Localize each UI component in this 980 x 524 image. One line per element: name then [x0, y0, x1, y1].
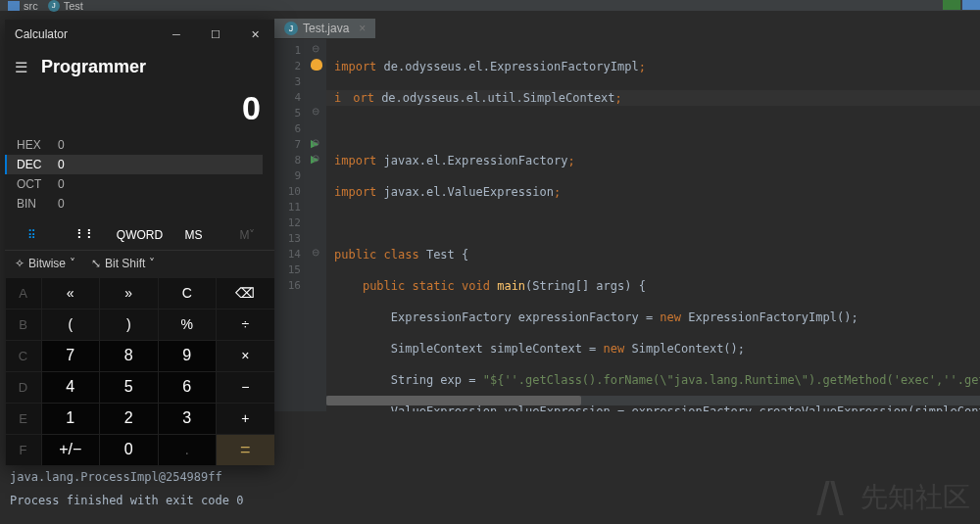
titlebar-icon[interactable]: [962, 0, 980, 10]
minimize-button[interactable]: ─: [157, 20, 196, 49]
calculator-display: 0: [5, 85, 274, 135]
word-size-button[interactable]: QWORD: [113, 228, 167, 242]
key-rshift[interactable]: »: [100, 278, 158, 309]
number-bases: HEX0 DEC0 OCT0 BIN0: [5, 135, 274, 219]
key-b: B: [6, 310, 41, 340]
watermark-logo-icon: [813, 481, 853, 515]
key-decimal: .: [159, 435, 217, 465]
lightbulb-icon[interactable]: [311, 59, 322, 71]
close-tab-icon[interactable]: ×: [359, 22, 366, 35]
bitwise-dropdown[interactable]: ✧Bitwise˅: [15, 257, 75, 270]
menu-icon[interactable]: ☰: [15, 59, 27, 76]
key-d: D: [6, 372, 41, 403]
breadcrumb-src[interactable]: src: [24, 0, 38, 12]
keypad-mode-icon[interactable]: ⠿: [5, 228, 59, 242]
key-lshift[interactable]: «: [42, 278, 100, 309]
breadcrumb-test[interactable]: Test: [64, 0, 83, 12]
code-editor[interactable]: import de.odysseus.el.ExpressionFactoryI…: [326, 39, 980, 411]
bitshift-dropdown[interactable]: ⤡Bit Shift˅: [91, 257, 155, 270]
base-hex[interactable]: HEX0: [17, 135, 263, 155]
fold-icon[interactable]: ⊖: [312, 153, 319, 164]
key-clear[interactable]: C: [159, 278, 217, 309]
line-number-gutter: 1 2 3 4 5 6 7 8 9 10 11 12 13 14 15 16: [274, 39, 309, 411]
calculator-mode: Programmer: [41, 57, 146, 77]
base-dec[interactable]: DEC0: [5, 155, 263, 174]
key-5[interactable]: 5: [100, 372, 158, 403]
fold-icon[interactable]: ⊖: [312, 247, 319, 258]
key-2[interactable]: 2: [100, 404, 158, 434]
editor-tabs: J Test.java ×: [274, 18, 375, 39]
close-button[interactable]: ✕: [235, 20, 274, 49]
key-percent[interactable]: %: [159, 310, 217, 340]
folder-icon: [8, 1, 20, 11]
key-multiply[interactable]: ×: [217, 341, 274, 371]
base-bin[interactable]: BIN0: [17, 194, 263, 214]
chevron-down-icon: ˅: [149, 257, 155, 270]
key-6[interactable]: 6: [159, 372, 217, 403]
key-4[interactable]: 4: [42, 372, 100, 403]
ide-titlebar: src J Test: [0, 0, 980, 11]
key-negate[interactable]: +/−: [42, 435, 100, 465]
titlebar-icon[interactable]: [943, 0, 960, 10]
key-9[interactable]: 9: [159, 341, 217, 371]
java-file-icon: J: [284, 22, 298, 35]
key-lparen[interactable]: (: [42, 310, 100, 340]
calculator-title: Calculator: [15, 27, 68, 41]
fold-icon[interactable]: ⊖: [312, 43, 319, 54]
fold-icon[interactable]: ⊖: [312, 137, 319, 148]
calculator-window[interactable]: Calculator ─ ☐ ✕ ☰ Programmer 0 HEX0 DEC…: [5, 20, 274, 465]
tab-label: Test.java: [303, 22, 349, 35]
java-icon: J: [48, 0, 60, 12]
tab-test-java[interactable]: J Test.java ×: [274, 19, 375, 38]
horizontal-scrollbar[interactable]: [326, 396, 980, 405]
calculator-toolbar: ⠿ ⠇⠇ QWORD MS M˅: [5, 219, 274, 251]
watermark: 先知社区: [813, 479, 970, 516]
key-backspace[interactable]: ⌫: [217, 278, 274, 309]
calculator-keypad: A « » C ⌫ B ( ) % ÷ C 7 8 9 × D 4 5 6 −: [5, 277, 274, 465]
key-rparen[interactable]: ): [100, 310, 158, 340]
maximize-button[interactable]: ☐: [196, 20, 235, 49]
titlebar-right-icons: [943, 0, 980, 10]
key-0[interactable]: 0: [100, 435, 158, 465]
key-8[interactable]: 8: [100, 341, 158, 371]
key-add[interactable]: +: [217, 404, 274, 434]
memory-store-button[interactable]: MS: [167, 228, 220, 242]
fold-icon[interactable]: ⊖: [312, 106, 319, 117]
calculator-titlebar[interactable]: Calculator ─ ☐ ✕: [5, 20, 274, 49]
memory-dropdown: M˅: [220, 228, 274, 242]
key-f: F: [6, 435, 41, 465]
key-1[interactable]: 1: [42, 404, 100, 434]
base-oct[interactable]: OCT0: [17, 174, 263, 194]
key-e: E: [6, 404, 41, 434]
key-equals[interactable]: =: [217, 435, 274, 465]
key-3[interactable]: 3: [159, 404, 217, 434]
key-7[interactable]: 7: [42, 341, 100, 371]
key-divide[interactable]: ÷: [217, 310, 274, 340]
key-c-hex: C: [6, 341, 41, 371]
watermark-text: 先知社区: [860, 479, 970, 516]
bit-toggle-icon[interactable]: ⠇⠇: [59, 227, 113, 242]
key-subtract[interactable]: −: [217, 372, 274, 403]
scrollbar-thumb[interactable]: [326, 396, 581, 405]
key-a: A: [6, 278, 41, 309]
chevron-down-icon: ˅: [70, 257, 75, 270]
gutter-icons: ▶ ▶ ⊖ ⊖ ⊖ ⊖ ⊖: [309, 39, 326, 411]
